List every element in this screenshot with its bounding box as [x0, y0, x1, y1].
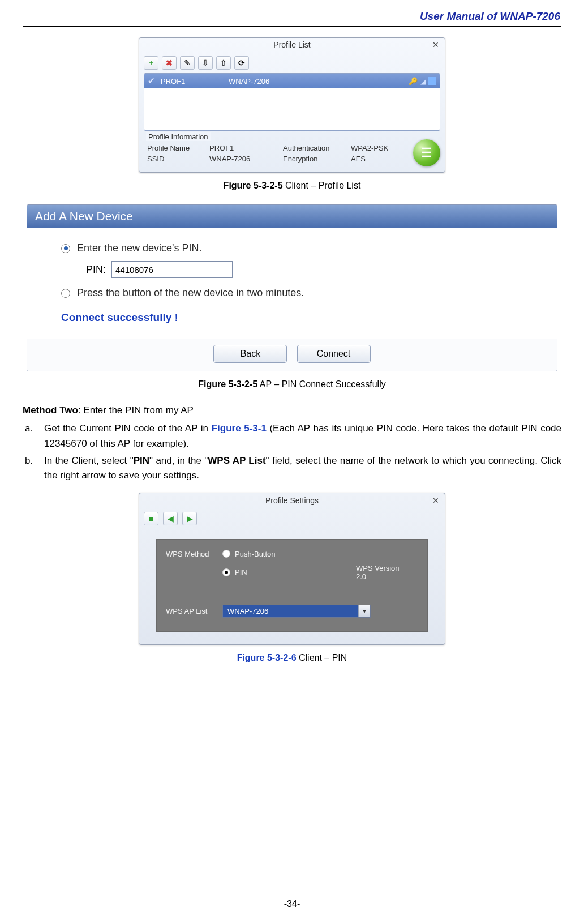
- ssid-label: SSID: [147, 155, 209, 163]
- profile-settings-panel: WPS Method Push-Button PIN WPS Version 2…: [156, 539, 428, 632]
- figure-profile-list: Profile List ✕ ＋ ✖ ✎ ⇩ ⇧ ⟳ ✔ PROF1 WNAP-…: [23, 37, 561, 173]
- figure1-caption: Figure 5-3-2-5 Client – Profile List: [23, 181, 561, 191]
- row-ssid: WNAP-7206: [229, 77, 408, 85]
- profile-settings-toolbar: ■ ◀ ▶: [139, 510, 445, 533]
- profile-list-titlebar: Profile List ✕: [139, 38, 445, 54]
- xref-figure-5-3-1[interactable]: Figure 5-3-1: [212, 423, 267, 434]
- wps-ap-list-label: WPS AP List: [166, 607, 222, 615]
- edit-icon[interactable]: ✎: [180, 56, 195, 70]
- wps-ap-list-value: WNAP-7206: [223, 605, 358, 617]
- step-a-marker: a.: [23, 421, 44, 451]
- option-press-button-label: Press the button of the new device in tw…: [77, 287, 304, 299]
- method-two-line: Method Two: Enter the PIN from my AP: [23, 403, 561, 418]
- close-icon[interactable]: ✕: [432, 496, 439, 505]
- wps-version-value: 2.0: [356, 572, 366, 581]
- wps-method-label: WPS Method: [166, 550, 222, 558]
- key-icon: 🔑: [408, 77, 418, 85]
- page-number: -34-: [0, 899, 584, 909]
- pin-row: PIN:: [86, 261, 523, 278]
- block-icon: [428, 77, 436, 85]
- plus-icon[interactable]: ＋: [144, 56, 158, 70]
- radio-enter-pin[interactable]: [61, 244, 70, 253]
- import-icon[interactable]: ⇩: [198, 56, 213, 70]
- wifi-status-icon: ☰: [413, 139, 440, 166]
- step-b-pre: In the Client, select ": [44, 455, 134, 466]
- wps-ap-list-select[interactable]: WNAP-7206 ▼: [222, 605, 371, 618]
- close-icon[interactable]: ✕: [432, 40, 439, 49]
- figure3-caption-num: Figure 5-3-2-6: [237, 653, 297, 662]
- row-profile-name: PROF1: [161, 77, 229, 85]
- step-b-text: In the Client, select "PIN" and, in the …: [44, 454, 561, 484]
- profile-name-value: PROF1: [209, 144, 283, 152]
- pin-label: PIN:: [86, 264, 106, 276]
- check-icon: ✔: [148, 76, 155, 86]
- x-icon[interactable]: ✖: [162, 56, 177, 70]
- auth-value: WPA2-PSK: [351, 144, 402, 152]
- add-device-title: Add A New Device: [27, 205, 557, 228]
- step-b-pin: PIN: [134, 455, 149, 466]
- profile-list-toolbar: ＋ ✖ ✎ ⇩ ⇧ ⟳: [139, 54, 445, 73]
- enc-value: AES: [351, 155, 402, 163]
- figure3-caption: Figure 5-3-2-6 Client – PIN: [23, 653, 561, 663]
- connect-button[interactable]: Connect: [297, 345, 371, 363]
- method-two-rest: : Enter the PIN from my AP: [78, 405, 194, 416]
- option-press-button[interactable]: Press the button of the new device in tw…: [61, 287, 523, 299]
- header-title: User Manual of WNAP-7206: [23, 10, 561, 23]
- ssid-value: WNAP-7206: [209, 155, 283, 163]
- back-button[interactable]: Back: [213, 345, 287, 363]
- wps-version-label: WPS Version: [356, 564, 400, 572]
- figure2-caption-num: Figure 5-3-2-5: [198, 379, 257, 389]
- step-b-mid: " and, in the ": [149, 455, 208, 466]
- profile-list: ✔ PROF1 WNAP-7206 🔑 ◢: [144, 73, 440, 131]
- figure-profile-settings: Profile Settings ✕ ■ ◀ ▶ WPS Method Push…: [23, 493, 561, 645]
- figure2-caption: Figure 5-3-2-5 AP – PIN Connect Successf…: [23, 379, 561, 390]
- radio-pin[interactable]: [222, 568, 230, 576]
- figure3-caption-text: Client – PIN: [297, 653, 347, 662]
- add-device-buttons: Back Connect: [27, 339, 557, 371]
- figure-add-device: Add A New Device Enter the new device's …: [23, 204, 561, 371]
- profile-list-row-selected[interactable]: ✔ PROF1 WNAP-7206 🔑 ◢: [144, 74, 440, 88]
- stop-icon[interactable]: ■: [144, 512, 158, 525]
- chevron-down-icon[interactable]: ▼: [358, 605, 370, 617]
- enc-label: Encryption: [283, 155, 351, 163]
- wps-ap-list-row: WPS AP List WNAP-7206 ▼: [166, 605, 418, 618]
- header-rule: [23, 26, 561, 27]
- figure2-caption-text: AP – PIN Connect Successfully: [257, 379, 385, 389]
- push-button-label: Push-Button: [235, 550, 276, 558]
- profile-name-label: Profile Name: [147, 144, 209, 152]
- profile-info-legend: Profile Information: [146, 132, 211, 141]
- profile-settings-window: Profile Settings ✕ ■ ◀ ▶ WPS Method Push…: [139, 493, 445, 645]
- arrow-right-icon[interactable]: ▶: [182, 512, 197, 525]
- figure1-caption-text: Client – Profile List: [283, 181, 361, 190]
- radio-press-button[interactable]: [61, 289, 70, 298]
- profile-settings-title: Profile Settings: [265, 496, 319, 505]
- method-two-bold: Method Two: [23, 405, 78, 416]
- option-enter-pin[interactable]: Enter the new device's PIN.: [61, 242, 523, 254]
- profile-list-title: Profile List: [273, 40, 310, 49]
- export-icon[interactable]: ⇧: [216, 56, 231, 70]
- step-a-text: Get the Current PIN code of the AP in Fi…: [44, 421, 561, 451]
- add-device-body: Enter the new device's PIN. PIN: Press t…: [27, 228, 557, 328]
- step-a: a. Get the Current PIN code of the AP in…: [23, 421, 561, 451]
- profile-settings-titlebar: Profile Settings ✕: [139, 493, 445, 510]
- arrow-left-icon[interactable]: ◀: [163, 512, 178, 525]
- step-b-wps: WPS AP List: [208, 455, 265, 466]
- profile-info-section: Profile Information Profile Name PROF1 A…: [144, 138, 440, 166]
- radio-push-button[interactable]: [222, 550, 230, 558]
- step-b: b. In the Client, select "PIN" and, in t…: [23, 454, 561, 484]
- add-device-window: Add A New Device Enter the new device's …: [27, 204, 557, 371]
- body-text: Method Two: Enter the PIN from my AP a. …: [23, 403, 561, 484]
- step-b-marker: b.: [23, 454, 44, 484]
- pin-input[interactable]: [111, 261, 233, 278]
- figure1-caption-num: Figure 5-3-2-5: [224, 181, 283, 190]
- signal-icon: ◢: [418, 77, 428, 85]
- profile-list-window: Profile List ✕ ＋ ✖ ✎ ⇩ ⇧ ⟳ ✔ PROF1 WNAP-…: [139, 37, 445, 173]
- connect-status: Connect successfully !: [61, 311, 523, 324]
- wps-pin-row: PIN WPS Version 2.0: [166, 564, 418, 581]
- wps-method-row: WPS Method Push-Button: [166, 550, 418, 558]
- auth-label: Authentication: [283, 144, 351, 152]
- pin-label: PIN: [235, 568, 247, 576]
- refresh-icon[interactable]: ⟳: [234, 56, 249, 70]
- option-enter-pin-label: Enter the new device's PIN.: [77, 242, 202, 254]
- step-a-pre: Get the Current PIN code of the AP in: [44, 423, 212, 434]
